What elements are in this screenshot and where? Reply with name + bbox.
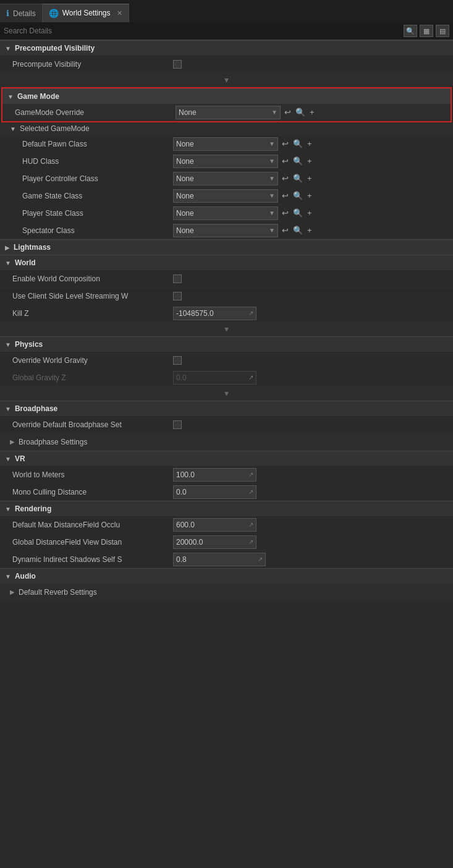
- tab-world-settings[interactable]: 🌐 World Settings ✕: [43, 4, 129, 22]
- section-precomputed-visibility-title: Precomputed Visibility: [15, 44, 95, 53]
- default-max-df-expand: ↗: [248, 521, 253, 528]
- default-max-distancefield-occlusion-value: 600.0: [176, 521, 195, 529]
- input-kill-z[interactable]: -1048575.0 ↗: [173, 307, 256, 320]
- reset-icon-player-state[interactable]: ↩: [281, 208, 290, 218]
- kill-z-value: -1048575.0: [176, 309, 214, 318]
- dropdown-player-state-class[interactable]: None ▼: [173, 206, 278, 220]
- search-icon-player-controller[interactable]: 🔍: [292, 173, 304, 184]
- value-default-pawn-class: None ▼ ↩ 🔍 +: [173, 137, 453, 151]
- section-vr[interactable]: ▼ VR: [0, 451, 453, 466]
- row-dynamic-indirect-shadows-self-shadow: Dynamic Indirect Shadows Self S 0.8 ↗: [0, 551, 453, 568]
- section-lightmass-title: Lightmass: [14, 243, 51, 252]
- row-gamemode-override: GameMode Override None ▼ ↩ 🔍 +: [2, 104, 451, 121]
- reset-icon-hud[interactable]: ↩: [281, 156, 290, 166]
- label-game-state-class: Game State Class: [0, 190, 173, 202]
- add-icon-game-state[interactable]: +: [306, 190, 313, 201]
- input-mono-culling-distance[interactable]: 0.0 ↗: [173, 485, 256, 499]
- search-icon-spectator[interactable]: 🔍: [292, 225, 304, 236]
- checkbox-client-side-level-streaming[interactable]: [173, 292, 182, 300]
- reset-icon-player-controller[interactable]: ↩: [281, 173, 290, 184]
- dropdown-default-pawn-arrow: ▼: [269, 140, 275, 147]
- checkbox-enable-world-composition[interactable]: [173, 274, 182, 283]
- input-global-gravity-z[interactable]: 0.0 ↗: [173, 371, 256, 385]
- row-game-state-class: Game State Class None ▼ ↩ 🔍 +: [0, 187, 453, 205]
- section-broadphase[interactable]: ▼ Broadphase: [0, 401, 453, 416]
- value-override-broadphase-set: [173, 420, 453, 429]
- reset-icon-game-state[interactable]: ↩: [281, 190, 290, 201]
- search-button[interactable]: 🔍: [404, 25, 417, 37]
- dropdown-spectator-class[interactable]: None ▼: [173, 224, 278, 237]
- tab-details[interactable]: ℹ Details: [0, 4, 43, 22]
- default-reverb-settings-arrow: ▶: [10, 589, 15, 595]
- label-override-broadphase-set: Override Default Broadphase Set: [0, 419, 173, 430]
- section-broadphase-title: Broadphase: [15, 404, 57, 413]
- checkbox-override-broadphase-set[interactable]: [173, 420, 182, 429]
- dropdown-player-controller-class[interactable]: None ▼: [173, 172, 278, 185]
- collapse-arrow-world: ▼: [5, 260, 11, 266]
- globe-icon: 🌐: [49, 9, 59, 18]
- search-icon-game-state[interactable]: 🔍: [292, 190, 304, 201]
- player-controller-actions: ↩ 🔍 +: [281, 173, 313, 184]
- row-override-world-gravity: Override World Gravity: [0, 352, 453, 369]
- divider-2: ▾: [0, 322, 453, 336]
- collapse-arrow-vr: ▼: [5, 456, 11, 462]
- dropdown-gamemode-override-value: None: [179, 108, 197, 117]
- dropdown-default-pawn-class[interactable]: None ▼: [173, 137, 278, 151]
- input-default-max-distancefield-occlusion[interactable]: 600.0 ↗: [173, 518, 256, 532]
- section-physics-title: Physics: [15, 340, 43, 349]
- value-world-to-meters: 100.0 ↗: [173, 468, 453, 482]
- section-game-mode-title: Game Mode: [17, 92, 59, 101]
- dropdown-game-state-class[interactable]: None ▼: [173, 189, 278, 203]
- search-icon-hud[interactable]: 🔍: [292, 156, 304, 166]
- reset-icon-gamemode[interactable]: ↩: [283, 107, 292, 117]
- collapse-arrow-audio: ▼: [5, 573, 11, 580]
- input-global-distancefield-view-distance[interactable]: 20000.0 ↗: [173, 535, 256, 549]
- broadphase-settings-label: Broadphase Settings: [19, 438, 87, 446]
- options-button[interactable]: ▤: [436, 25, 449, 37]
- add-icon-spectator[interactable]: +: [306, 225, 313, 236]
- search-input[interactable]: [4, 27, 401, 35]
- checkbox-precompute-visibility[interactable]: [173, 60, 182, 69]
- add-icon-player-state[interactable]: +: [306, 208, 313, 218]
- row-default-max-distancefield-occlusion: Default Max DistanceField Occlu 600.0 ↗: [0, 516, 453, 534]
- section-precomputed-visibility[interactable]: ▼ Precomputed Visibility: [0, 40, 453, 56]
- broadphase-settings-arrow: ▶: [10, 438, 15, 445]
- subsection-selected-gamemode[interactable]: ▼ Selected GameMode: [0, 122, 453, 135]
- section-world[interactable]: ▼ World: [0, 255, 453, 270]
- reset-icon-spectator[interactable]: ↩: [281, 225, 290, 236]
- add-icon-hud[interactable]: +: [306, 156, 313, 166]
- grid-view-button[interactable]: ▦: [420, 25, 433, 37]
- tab-close-icon[interactable]: ✕: [117, 9, 122, 17]
- label-precompute-visibility: Precompute Visibility: [0, 59, 173, 70]
- section-physics[interactable]: ▼ Physics: [0, 336, 453, 352]
- section-rendering[interactable]: ▼ Rendering: [0, 501, 453, 516]
- label-global-distancefield-view-distance: Global DistanceField View Distan: [0, 537, 173, 548]
- input-dynamic-indirect-shadows-self-shadow[interactable]: 0.8 ↗: [173, 553, 266, 566]
- row-override-broadphase-set: Override Default Broadphase Set: [0, 416, 453, 433]
- dropdown-default-pawn-value: None: [176, 140, 194, 148]
- add-icon-gamemode[interactable]: +: [308, 107, 316, 117]
- section-audio[interactable]: ▼ Audio: [0, 568, 453, 584]
- add-icon-default-pawn[interactable]: +: [306, 138, 313, 149]
- input-world-to-meters[interactable]: 100.0 ↗: [173, 468, 256, 482]
- search-icon-gamemode[interactable]: 🔍: [294, 107, 307, 117]
- global-gravity-z-expand: ↗: [248, 374, 253, 381]
- section-lightmass[interactable]: ▶ Lightmass: [0, 239, 453, 255]
- dropdown-hud-class[interactable]: None ▼: [173, 155, 278, 168]
- subsection-default-reverb-settings[interactable]: ▶ Default Reverb Settings: [0, 584, 453, 601]
- subsection-broadphase-settings[interactable]: ▶ Broadphase Settings: [0, 433, 453, 451]
- section-game-mode[interactable]: ▼ Game Mode: [2, 88, 451, 104]
- player-state-actions: ↩ 🔍 +: [281, 208, 313, 218]
- search-icon-default-pawn[interactable]: 🔍: [292, 138, 304, 149]
- row-default-pawn-class: Default Pawn Class None ▼ ↩ 🔍 +: [0, 135, 453, 153]
- reset-icon-default-pawn[interactable]: ↩: [281, 138, 290, 149]
- tab-world-settings-label: World Settings: [62, 9, 111, 17]
- label-world-to-meters: World to Meters: [0, 469, 173, 480]
- dropdown-gamemode-override[interactable]: None ▼: [176, 106, 281, 119]
- add-icon-player-controller[interactable]: +: [306, 173, 313, 184]
- checkbox-override-world-gravity[interactable]: [173, 356, 182, 365]
- search-icon-player-state[interactable]: 🔍: [292, 208, 304, 218]
- kill-z-expand: ↗: [248, 310, 253, 317]
- collapse-arrow-rendering: ▼: [5, 506, 11, 513]
- label-enable-world-composition: Enable World Composition: [0, 273, 173, 284]
